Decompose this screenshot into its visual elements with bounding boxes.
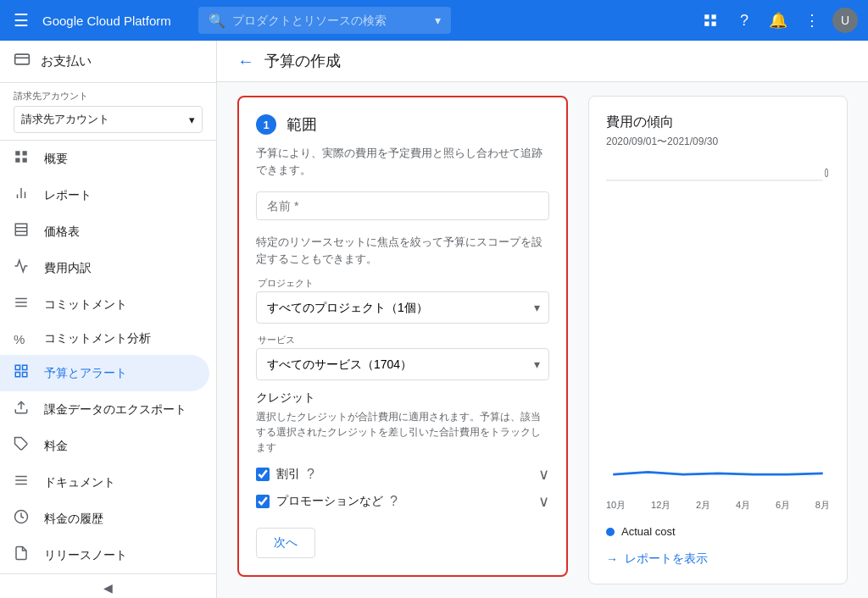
name-input[interactable] xyxy=(256,191,549,220)
release-notes-icon xyxy=(14,545,31,565)
main-content: ← 予算の作成 1 範囲 予算により、実際の費用を予定費用と照らし合わせて追跡で… xyxy=(217,41,868,598)
chart-panel: 費用の傾向 2020/09/01〜2021/09/30 0 xyxy=(588,96,848,584)
help-icon[interactable]: ? xyxy=(731,7,758,34)
discount-label: 割引 xyxy=(276,467,300,482)
svg-rect-0 xyxy=(704,14,709,19)
name-field-group xyxy=(256,191,549,220)
sidebar: お支払い 請求先アカウント 請求先アカウント ▾ 概要 レポート 価格表 xyxy=(0,41,217,598)
sidebar-item-release-notes[interactable]: リリースノート xyxy=(0,537,209,573)
chart-x-label-6: 8月 xyxy=(815,499,830,512)
apps-icon[interactable] xyxy=(697,7,724,34)
discount-expand-icon[interactable]: ∨ xyxy=(538,465,549,484)
sidebar-item-data-export[interactable]: 課金データのエクスポート xyxy=(0,391,209,428)
report-link[interactable]: → レポートを表示 xyxy=(606,551,830,567)
sidebar-item-label: 料金の履歴 xyxy=(44,512,103,527)
sidebar-item-reports[interactable]: レポート xyxy=(0,177,209,213)
credit-title: クレジット xyxy=(256,390,549,406)
step1-badge: 1 xyxy=(256,114,276,135)
payment-label: お支払い xyxy=(41,53,92,69)
sidebar-item-commitments[interactable]: コミットメント xyxy=(0,286,209,323)
credit-desc: 選択したクレジットが合計費用に適用されます。予算は、該当する選択されたクレジット… xyxy=(256,409,549,455)
svg-rect-7 xyxy=(23,151,27,155)
chart-date: 2020/09/01〜2021/09/30 xyxy=(606,135,830,149)
next-button[interactable]: 次へ xyxy=(256,528,315,558)
chart-x-label-2: 12月 xyxy=(651,499,670,512)
chart-legend: Actual cost xyxy=(606,525,830,538)
sidebar-item-label: リリースノート xyxy=(44,548,127,563)
report-link-arrow-icon: → xyxy=(606,552,618,566)
top-navbar: ☰ Google Cloud Platform 🔍 ▾ ? 🔔 ⋮ U xyxy=(0,0,868,41)
sidebar-item-label: コミットメント xyxy=(44,297,127,313)
export-icon xyxy=(14,400,31,419)
billing-label: 請求先アカウント xyxy=(14,90,203,102)
chart-x-label-3: 2月 xyxy=(696,499,710,512)
step1-desc: 予算により、実際の費用を予定費用と照らし合わせて追跡できます。 xyxy=(256,145,549,178)
svg-rect-6 xyxy=(15,151,19,155)
sidebar-item-label: レポート xyxy=(44,188,92,203)
sidebar-collapse-button[interactable]: ◀ xyxy=(0,573,216,598)
sidebar-item-overview[interactable]: 概要 xyxy=(0,141,209,177)
svg-rect-21 xyxy=(15,373,19,377)
commitments-icon xyxy=(14,295,31,314)
content-body: 1 範囲 予算により、実際の費用を予定費用と照らし合わせて追跡できます。 特定の… xyxy=(217,82,868,598)
form-panel: 1 範囲 予算により、実際の費用を予定費用と照らし合わせて追跡できます。 特定の… xyxy=(237,96,568,584)
svg-rect-4 xyxy=(15,54,30,64)
reports-icon xyxy=(14,185,31,205)
sidebar-item-cost-breakdown[interactable]: 費用内訳 xyxy=(0,250,209,286)
discount-help-icon[interactable]: ? xyxy=(307,467,314,482)
project-select[interactable]: すべてのプロジェクト（1個） xyxy=(257,292,548,323)
sidebar-item-budgets-alerts[interactable]: 予算とアラート xyxy=(0,355,209,391)
billing-account-select[interactable]: 請求先アカウント ▾ xyxy=(14,106,203,133)
service-field-group: サービス すべてのサービス（1704） ▾ xyxy=(256,334,549,380)
overview-icon xyxy=(14,149,31,169)
search-dropdown-icon[interactable]: ▾ xyxy=(435,14,441,27)
avatar[interactable]: U xyxy=(832,8,858,33)
content-header: ← 予算の作成 xyxy=(217,41,868,82)
project-select-wrapper[interactable]: すべてのプロジェクト（1個） ▾ xyxy=(256,291,549,324)
more-icon[interactable]: ⋮ xyxy=(798,7,826,34)
chart-legend-label: Actual cost xyxy=(621,525,676,538)
promotion-expand-icon[interactable]: ∨ xyxy=(538,492,549,511)
nav-icons: ? 🔔 ⋮ U xyxy=(697,7,858,34)
sidebar-item-pricelist[interactable]: 価格表 xyxy=(0,213,209,250)
chart-x-label-4: 4月 xyxy=(736,499,750,512)
menu-icon[interactable]: ☰ xyxy=(10,7,32,34)
commitment-analysis-icon: % xyxy=(14,332,31,346)
sidebar-item-billing-history[interactable]: 料金の履歴 xyxy=(0,501,209,537)
sidebar-item-label: 費用内訳 xyxy=(44,261,92,276)
search-icon: 🔍 xyxy=(209,13,225,29)
page-title: 予算の作成 xyxy=(264,51,341,71)
chart-x-labels: 10月 12月 2月 4月 6月 8月 xyxy=(606,496,830,515)
sidebar-item-documents[interactable]: ドキュメント xyxy=(0,464,209,501)
collapse-icon: ◀ xyxy=(103,581,113,595)
pricing-icon xyxy=(14,436,31,456)
service-select[interactable]: すべてのサービス（1704） xyxy=(257,349,548,379)
project-field-group: プロジェクト すべてのプロジェクト（1個） ▾ xyxy=(256,277,549,324)
scope-desc: 特定のリソースセットに焦点を絞って予算にスコープを設定することもできます。 xyxy=(256,234,549,267)
billing-account-value: 請求先アカウント xyxy=(21,112,109,127)
sidebar-item-commitment-analysis[interactable]: % コミットメント分析 xyxy=(0,323,209,355)
promotion-checkbox[interactable] xyxy=(256,495,270,508)
history-icon xyxy=(14,509,31,529)
notifications-icon[interactable]: 🔔 xyxy=(765,7,792,34)
sidebar-payment-header: お支払い xyxy=(0,41,216,83)
chart-x-label-5: 6月 xyxy=(776,499,790,512)
credit-section: クレジット 選択したクレジットが合計費用に適用されます。予算は、該当する選択され… xyxy=(256,390,549,511)
billing-dropdown-icon: ▾ xyxy=(189,114,195,126)
sidebar-item-label: 課金データのエクスポート xyxy=(44,402,186,418)
search-bar: 🔍 ▾ xyxy=(198,7,451,34)
svg-rect-22 xyxy=(23,373,27,377)
sidebar-item-pricing[interactable]: 料金 xyxy=(0,428,209,464)
report-link-label: レポートを表示 xyxy=(625,551,708,567)
search-input[interactable] xyxy=(232,14,428,27)
app-logo: Google Cloud Platform xyxy=(42,14,171,28)
service-select-wrapper[interactable]: すべてのサービス（1704） ▾ xyxy=(256,348,549,380)
discount-checkbox[interactable] xyxy=(256,468,270,481)
pricelist-icon xyxy=(14,222,31,241)
svg-rect-9 xyxy=(23,158,27,163)
promotion-help-icon[interactable]: ? xyxy=(390,494,398,509)
svg-rect-13 xyxy=(15,224,27,235)
project-label: プロジェクト xyxy=(256,277,549,290)
back-button[interactable]: ← xyxy=(237,52,254,71)
svg-rect-3 xyxy=(712,22,716,26)
